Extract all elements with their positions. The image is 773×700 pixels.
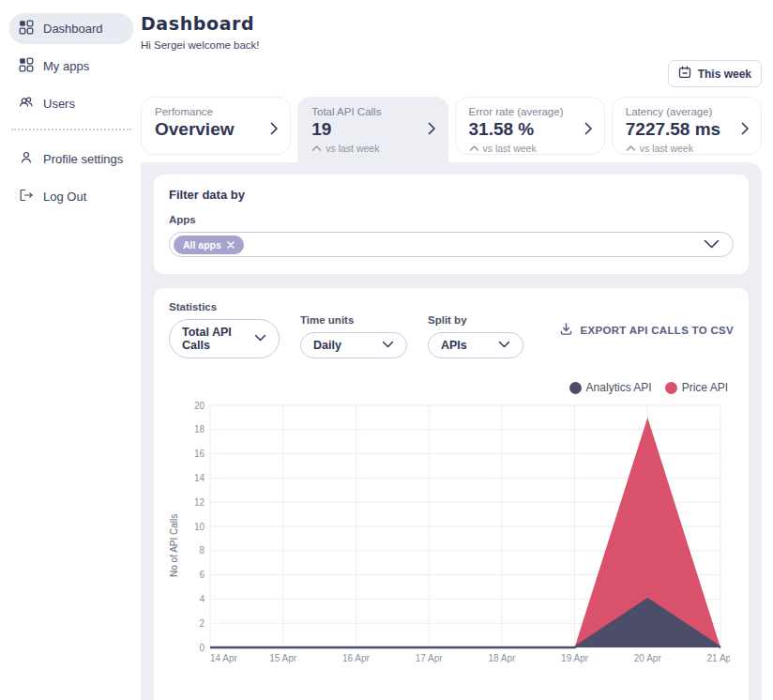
main-content: Dashboard Hi Sergei welcome back! This w… <box>141 0 773 700</box>
time-units-value: Daily <box>313 339 341 352</box>
stat-cards-row: Perfomance Overview Total API Calls 19 v… <box>141 97 762 162</box>
download-icon <box>559 322 573 338</box>
time-units-label: Time units <box>300 314 407 326</box>
card-label: Perfomance <box>155 106 262 117</box>
card-performance-overview[interactable]: Perfomance Overview <box>141 97 291 155</box>
svg-text:16: 16 <box>194 449 205 459</box>
grid-icon <box>19 57 34 75</box>
compare-label: vs last week <box>640 143 693 154</box>
chart-legend: Analytics API Price API <box>169 381 728 394</box>
statistics-dropdown[interactable]: Total API Calls <box>169 319 280 358</box>
sidebar-item-label: Profile settings <box>43 152 123 166</box>
logout-icon <box>19 188 34 205</box>
sidebar-item-my-apps[interactable]: My apps <box>9 51 133 82</box>
calendar-icon <box>678 66 691 82</box>
user-icon <box>19 150 34 168</box>
app-window: Dashboard My apps Users Profile settings… <box>0 0 773 700</box>
legend-item-price-api: Price API <box>665 381 728 394</box>
svg-text:15 Apr: 15 Apr <box>269 653 297 663</box>
card-value: 31.58 % <box>469 119 576 140</box>
sidebar-item-profile-settings[interactable]: Profile settings <box>9 144 133 175</box>
svg-text:12: 12 <box>194 497 205 508</box>
all-apps-chip[interactable]: All apps <box>174 236 244 254</box>
sidebar-item-dashboard[interactable]: Dashboard <box>9 13 133 44</box>
welcome-message: Hi Sergei welcome back! <box>141 39 762 51</box>
sidebar-item-label: Dashboard <box>43 22 103 36</box>
svg-text:4: 4 <box>199 594 205 604</box>
chevron-down-icon <box>704 236 720 253</box>
this-week-button[interactable]: This week <box>668 60 762 87</box>
svg-text:18: 18 <box>194 424 205 434</box>
compare-label: vs last week <box>483 143 537 154</box>
split-by-dropdown[interactable]: APIs <box>428 332 523 358</box>
sidebar-item-log-out[interactable]: Log Out <box>9 181 133 212</box>
time-units-control: Time units Daily <box>300 314 407 358</box>
sidebar-item-label: My apps <box>43 59 89 73</box>
svg-text:0: 0 <box>199 643 205 653</box>
chart-controls: Statistics Total API Calls Time units Da… <box>169 301 734 358</box>
card-compare: vs last week <box>311 143 418 154</box>
chevron-right-icon <box>428 122 436 139</box>
legend-dot <box>665 382 677 394</box>
chevron-right-icon <box>741 122 750 139</box>
sidebar: Dashboard My apps Users Profile settings… <box>0 0 141 700</box>
chevron-right-icon <box>270 122 279 139</box>
filter-title: Filter data by <box>169 188 734 202</box>
svg-text:2: 2 <box>199 618 205 629</box>
area-chart-svg: 0246810121416182014 Apr15 Apr16 Apr17 Ap… <box>182 398 730 672</box>
card-error-rate[interactable]: Error rate (average) 31.58 % vs last wee… <box>455 97 605 155</box>
filter-card: Filter data by Apps All apps <box>154 175 749 274</box>
svg-text:20: 20 <box>194 401 205 411</box>
card-total-api-calls[interactable]: Total API Calls 19 vs last week <box>297 97 447 162</box>
y-axis-label: No of API Calls <box>169 398 182 672</box>
split-by-control: Split by APIs <box>428 314 523 358</box>
card-label: Error rate (average) <box>469 106 576 117</box>
svg-text:14 Apr: 14 Apr <box>210 653 238 663</box>
sidebar-item-label: Users <box>43 97 75 111</box>
statistics-value: Total API Calls <box>182 326 245 352</box>
dashboard-panel: Filter data by Apps All apps Statistics <box>141 162 762 700</box>
legend-dot <box>569 382 582 394</box>
users-icon <box>19 95 34 113</box>
svg-text:19 Apr: 19 Apr <box>561 653 589 663</box>
chevron-down-icon <box>254 332 266 345</box>
svg-text:8: 8 <box>199 545 205 555</box>
export-csv-label: EXPORT API CALLS TO CSV <box>581 325 734 336</box>
chevron-down-icon <box>498 339 510 352</box>
split-by-value: APIs <box>441 339 467 352</box>
caret-up-icon <box>469 143 479 154</box>
card-value: Overview <box>155 119 262 140</box>
legend-label: Price API <box>682 381 728 394</box>
card-value: 7227.58 ms <box>626 119 733 140</box>
svg-text:21 Apr: 21 Apr <box>707 653 730 663</box>
sidebar-divider <box>11 129 131 130</box>
split-by-label: Split by <box>428 314 523 326</box>
card-latency[interactable]: Latency (average) 7227.58 ms vs last wee… <box>612 97 762 155</box>
legend-label: Analytics API <box>586 381 652 394</box>
chevron-right-icon <box>584 122 593 139</box>
apps-label: Apps <box>169 214 734 225</box>
close-icon[interactable] <box>227 239 235 251</box>
apps-select[interactable]: All apps <box>169 232 734 257</box>
period-row: This week <box>141 60 762 87</box>
time-units-dropdown[interactable]: Daily <box>300 332 407 358</box>
svg-text:10: 10 <box>194 522 205 532</box>
card-value: 19 <box>311 119 418 140</box>
page-title: Dashboard <box>141 13 762 34</box>
chip-label: All apps <box>183 239 221 251</box>
card-compare: vs last week <box>469 143 576 154</box>
api-calls-chart: No of API Calls 0246810121416182014 Apr1… <box>169 398 734 672</box>
svg-text:17 Apr: 17 Apr <box>416 653 444 663</box>
caret-up-icon <box>626 143 636 154</box>
svg-text:14: 14 <box>194 473 205 483</box>
legend-item-analytics-api: Analytics API <box>569 381 652 394</box>
card-label: Latency (average) <box>626 106 733 117</box>
sidebar-item-label: Log Out <box>43 190 86 204</box>
statistics-control: Statistics Total API Calls <box>169 301 280 358</box>
sidebar-item-users[interactable]: Users <box>9 88 133 119</box>
caret-up-icon <box>311 143 322 154</box>
export-csv-button[interactable]: EXPORT API CALLS TO CSV <box>559 322 734 338</box>
svg-text:18 Apr: 18 Apr <box>488 653 516 663</box>
grid-icon <box>19 20 34 38</box>
statistics-card: Statistics Total API Calls Time units Da… <box>154 288 749 700</box>
